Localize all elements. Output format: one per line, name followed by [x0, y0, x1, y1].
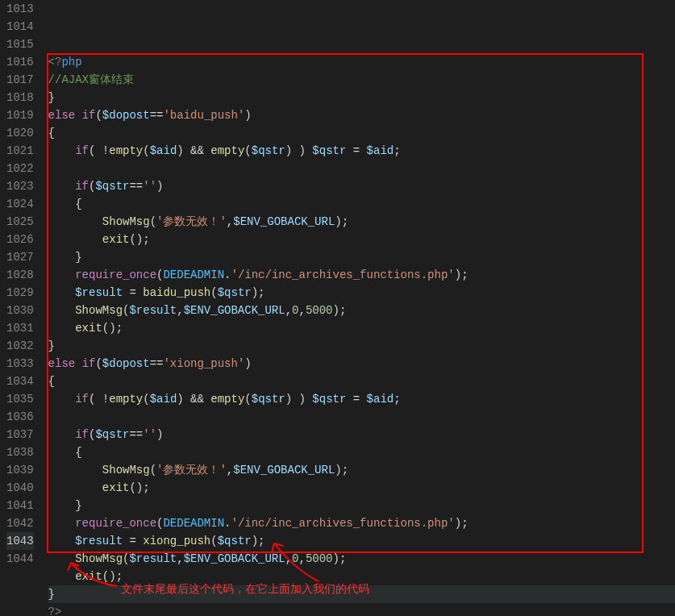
- line-number: 1024: [6, 195, 34, 213]
- code-line[interactable]: if($qstr==''): [48, 177, 675, 195]
- line-number: 1035: [6, 390, 34, 408]
- code-line[interactable]: }: [48, 248, 675, 266]
- line-number: 1030: [6, 302, 34, 319]
- line-number: 1036: [6, 408, 34, 426]
- line-number: 1042: [6, 514, 34, 532]
- line-number: 1014: [6, 18, 34, 35]
- line-number: 1025: [6, 213, 34, 231]
- line-number: 1015: [6, 35, 34, 53]
- line-number: 1020: [6, 124, 34, 142]
- code-line[interactable]: ShowMsg('参数无效！',$ENV_GOBACK_URL);: [48, 461, 675, 479]
- code-line[interactable]: ShowMsg($result,$ENV_GOBACK_URL,0,5000);: [48, 550, 675, 568]
- line-number: 1028: [6, 266, 34, 284]
- line-number: 1019: [6, 106, 34, 124]
- code-line[interactable]: {: [48, 195, 675, 213]
- line-number: 1033: [6, 355, 34, 373]
- code-area[interactable]: <?php//AJAX窗体结束}else if($dopost=='baidu_…: [48, 0, 675, 616]
- code-line[interactable]: //AJAX窗体结束: [48, 71, 675, 89]
- line-number: 1039: [6, 461, 34, 479]
- code-line[interactable]: exit();: [48, 231, 675, 248]
- line-number: 1029: [6, 284, 34, 302]
- code-line[interactable]: require_once(DEDEADMIN.'/inc/inc_archive…: [48, 266, 675, 284]
- code-line[interactable]: {: [48, 373, 675, 390]
- code-editor[interactable]: 1013101410151016101710181019102010211022…: [0, 0, 675, 616]
- code-line[interactable]: }: [48, 89, 675, 106]
- line-number: 1037: [6, 426, 34, 443]
- code-line[interactable]: {: [48, 124, 675, 142]
- code-line[interactable]: exit();: [48, 319, 675, 337]
- code-line[interactable]: else if($dopost=='baidu_push'): [48, 106, 675, 124]
- code-line[interactable]: {: [48, 443, 675, 461]
- code-line[interactable]: if($qstr==''): [48, 426, 675, 443]
- code-line[interactable]: ShowMsg($result,$ENV_GOBACK_URL,0,5000);: [48, 302, 675, 319]
- code-line[interactable]: ShowMsg('参数无效！',$ENV_GOBACK_URL);: [48, 213, 675, 231]
- code-line[interactable]: if( !empty($aid) && empty($qstr) ) $qstr…: [48, 390, 675, 408]
- code-line[interactable]: }: [48, 337, 675, 355]
- line-number: 1018: [6, 89, 34, 106]
- line-number: 1038: [6, 443, 34, 461]
- code-line[interactable]: require_once(DEDEADMIN.'/inc/inc_archive…: [48, 514, 675, 532]
- code-line[interactable]: $result = xiong_push($qstr);: [48, 532, 675, 550]
- code-line[interactable]: else if($dopost=='xiong_push'): [48, 355, 675, 373]
- line-number: 1040: [6, 479, 34, 497]
- code-line[interactable]: if( !empty($aid) && empty($qstr) ) $qstr…: [48, 142, 675, 160]
- code-line[interactable]: ?>: [48, 603, 675, 616]
- line-number: 1032: [6, 337, 34, 355]
- line-number: 1013: [6, 0, 34, 18]
- line-number: 1043: [6, 532, 34, 550]
- line-number: 1027: [6, 248, 34, 266]
- code-line[interactable]: }: [48, 585, 675, 603]
- line-number: 1034: [6, 373, 34, 390]
- line-number: 1023: [6, 177, 34, 195]
- line-number-gutter: 1013101410151016101710181019102010211022…: [0, 0, 48, 616]
- code-line[interactable]: exit();: [48, 568, 675, 585]
- code-line[interactable]: exit();: [48, 479, 675, 497]
- line-number: 1021: [6, 142, 34, 160]
- line-number: 1022: [6, 160, 34, 177]
- line-number: 1017: [6, 71, 34, 89]
- code-line[interactable]: [48, 408, 675, 426]
- line-number: 1041: [6, 497, 34, 514]
- code-line[interactable]: [48, 160, 675, 177]
- code-line[interactable]: $result = baidu_push($qstr);: [48, 284, 675, 302]
- line-number: 1026: [6, 231, 34, 248]
- line-number: 1031: [6, 319, 34, 337]
- line-number: 1016: [6, 53, 34, 71]
- code-line[interactable]: <?php: [48, 53, 675, 71]
- line-number: 1044: [6, 550, 34, 568]
- code-line[interactable]: }: [48, 497, 675, 514]
